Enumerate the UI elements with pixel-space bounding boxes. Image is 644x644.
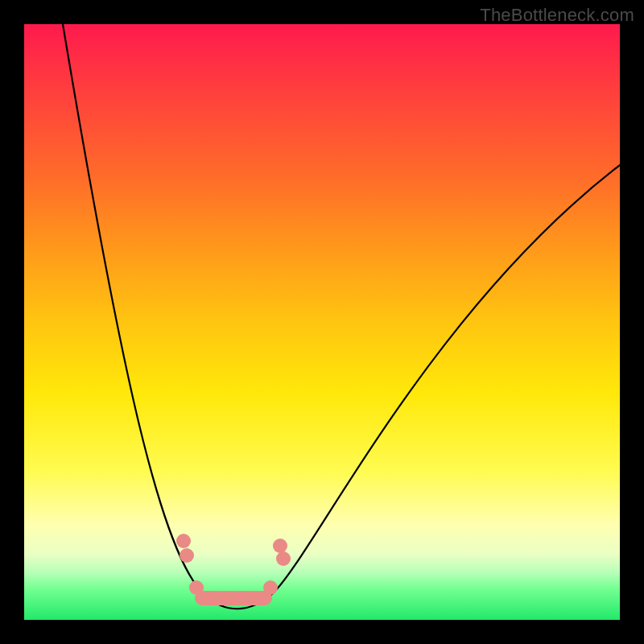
chart-frame: TheBottleneck.com	[0, 0, 644, 644]
marker-dot	[276, 551, 291, 566]
marker-dot	[189, 580, 204, 595]
marker-group	[176, 534, 291, 605]
marker-dot	[180, 548, 194, 563]
plot-area	[24, 24, 620, 620]
marker-dot	[263, 580, 278, 595]
curve-layer	[24, 24, 620, 620]
marker-dot	[273, 539, 287, 553]
marker-pill	[195, 591, 272, 605]
bottleneck-curve	[63, 24, 620, 609]
marker-dot	[176, 534, 191, 548]
watermark-text: TheBottleneck.com	[480, 5, 634, 26]
